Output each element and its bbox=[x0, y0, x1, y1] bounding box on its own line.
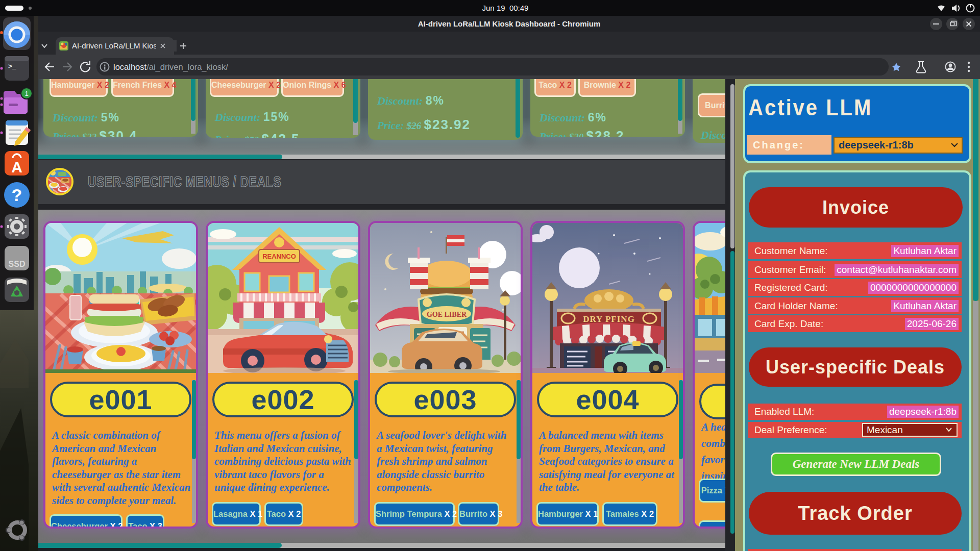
svg-text:1: 1 bbox=[24, 90, 28, 97]
svg-text:?: ? bbox=[12, 185, 22, 205]
svg-text:GOE LIBER: GOE LIBER bbox=[427, 311, 467, 318]
svg-text:>_: >_ bbox=[8, 63, 16, 70]
svg-text:REANNCO: REANNCO bbox=[262, 253, 296, 260]
svg-text:SSD: SSD bbox=[9, 260, 26, 268]
svg-text:A: A bbox=[11, 159, 22, 176]
